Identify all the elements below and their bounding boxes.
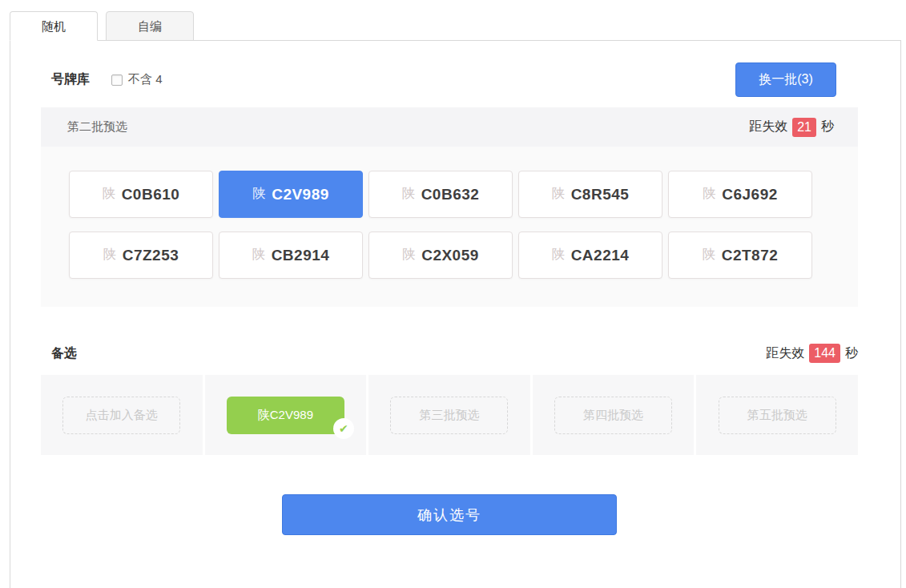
alt-slot-placeholder[interactable]: 第五批预选 — [719, 397, 836, 434]
expiry-prefix: 距失效 — [749, 119, 787, 135]
plate-province: 陕 — [402, 247, 415, 264]
alt-slot-label: 第四批预选 — [583, 408, 643, 423]
batch-header: 第二批预选 距失效 21 秒 — [41, 107, 858, 147]
confirm-row: 确认选号 — [41, 494, 858, 535]
plate-code: CB2914 — [272, 247, 330, 264]
alternatives-title: 备选 — [51, 345, 77, 362]
alternatives-expiry: 距失效 144 秒 — [766, 344, 858, 363]
alt-cell: 第五批预选 — [696, 375, 858, 455]
batch-title: 第二批预选 — [67, 119, 127, 135]
plate-province: 陕 — [703, 247, 715, 264]
check-icon: ✔ — [333, 418, 354, 439]
plate-code: C2T872 — [722, 247, 779, 264]
pool-header-row: 号牌库 不含 4 换一批(3) — [51, 62, 836, 97]
plate-option[interactable]: 陕 C2T872 — [668, 232, 812, 279]
tab-custom[interactable]: 自编 — [106, 11, 194, 41]
plate-option-selected[interactable]: 陕 C2V989 — [219, 171, 363, 218]
plate-province: 陕 — [703, 186, 715, 203]
plate-option[interactable]: 陕 C2X059 — [368, 232, 513, 279]
plate-code: CA2214 — [571, 247, 630, 264]
expiry-countdown-badge: 144 — [809, 344, 840, 363]
plate-code: C2X059 — [421, 247, 479, 264]
plate-province: 陕 — [252, 186, 265, 203]
batch-section: 第二批预选 距失效 21 秒 陕 C0B610 陕 C2V989 陕 C0B63… — [41, 107, 858, 307]
alt-slot-label: 第三批预选 — [419, 408, 479, 423]
plate-option[interactable]: 陕 C0B632 — [368, 171, 513, 218]
plate-option[interactable]: 陕 C0B610 — [69, 171, 213, 218]
plate-code: C7Z253 — [123, 247, 179, 264]
plate-code: C0B610 — [122, 186, 180, 203]
plate-option[interactable]: 陕 C7Z253 — [69, 232, 213, 279]
plate-province: 陕 — [552, 186, 565, 203]
plate-option[interactable]: 陕 C8R545 — [518, 171, 662, 218]
plate-province: 陕 — [252, 247, 265, 264]
alt-slot-placeholder[interactable]: 第三批预选 — [390, 397, 508, 434]
plate-option[interactable]: 陕 CA2214 — [518, 232, 662, 279]
main-panel: 号牌库 不含 4 换一批(3) 第二批预选 距失效 21 秒 陕 C0B610 … — [10, 40, 901, 588]
plate-code: C0B632 — [421, 186, 480, 203]
plate-code: C8R545 — [571, 186, 630, 203]
tab-random[interactable]: 随机 — [10, 11, 98, 41]
plate-option[interactable]: 陕 C6J692 — [668, 171, 812, 218]
batch-expiry: 距失效 21 秒 — [749, 118, 834, 137]
tab-bar: 随机 自编 — [10, 11, 906, 41]
confirm-selection-button[interactable]: 确认选号 — [282, 494, 617, 535]
plate-code: C6J692 — [722, 186, 778, 203]
plate-option[interactable]: 陕 CB2914 — [219, 232, 363, 279]
alt-slot-placeholder[interactable]: 第四批预选 — [554, 397, 672, 434]
alt-slot-filled[interactable]: 陕C2V989✔ — [227, 397, 344, 434]
alt-slot-label: 第五批预选 — [747, 408, 807, 423]
refresh-batch-button[interactable]: 换一批(3) — [735, 62, 836, 97]
plate-code: C2V989 — [272, 186, 329, 203]
pool-title: 号牌库 — [51, 71, 90, 88]
plates-grid: 陕 C0B610 陕 C2V989 陕 C0B632 陕 C8R545 陕 C6… — [41, 147, 858, 307]
checkbox-icon[interactable] — [111, 75, 123, 86]
checkbox-label: 不含 4 — [128, 72, 163, 87]
expiry-suffix: 秒 — [821, 119, 834, 135]
plate-province: 陕 — [552, 247, 565, 264]
exclude-4-checkbox-wrap[interactable]: 不含 4 — [111, 72, 163, 87]
alt-cell: 第三批预选 — [368, 375, 530, 455]
alt-slot-empty[interactable]: 点击加入备选 — [62, 397, 180, 434]
plate-province: 陕 — [103, 247, 116, 264]
alternatives-strip: 点击加入备选陕C2V989✔第三批预选第四批预选第五批预选 — [41, 375, 858, 455]
alt-cell: 点击加入备选 — [41, 375, 203, 455]
plate-province: 陕 — [402, 186, 415, 203]
alt-slot-label: 陕C2V989 — [258, 408, 313, 423]
alt-cell: 第四批预选 — [533, 375, 695, 455]
alternatives-header-row: 备选 距失效 144 秒 — [41, 344, 858, 363]
alt-cell: 陕C2V989✔ — [205, 375, 367, 455]
alt-slot-label: 点击加入备选 — [86, 408, 158, 423]
plate-province: 陕 — [103, 186, 115, 203]
expiry-prefix: 距失效 — [766, 345, 804, 362]
expiry-suffix: 秒 — [845, 345, 858, 362]
expiry-countdown-badge: 21 — [792, 118, 816, 137]
